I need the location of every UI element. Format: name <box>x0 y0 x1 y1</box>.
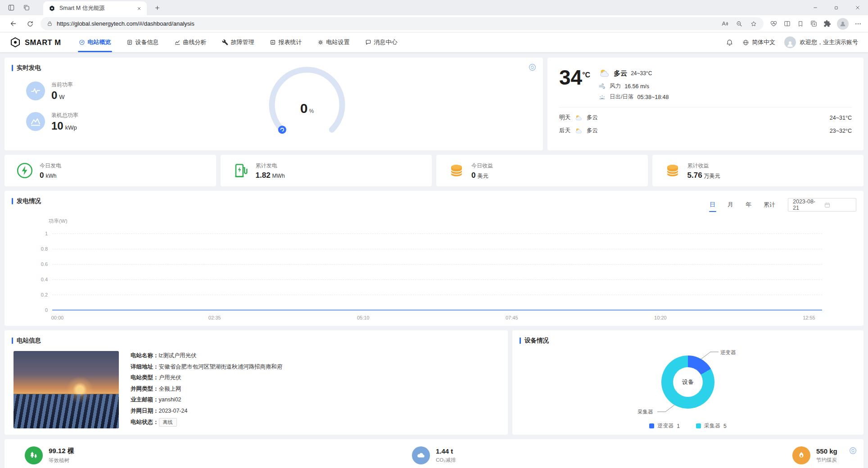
calendar-icon <box>824 202 851 208</box>
tab-total[interactable]: 累计 <box>764 201 775 209</box>
lightning-circle-icon <box>16 162 33 179</box>
coins-icon <box>664 162 681 179</box>
browser-menu-icon[interactable] <box>854 20 862 27</box>
user-account[interactable]: 欢迎您，业主演示账号 <box>784 36 858 48</box>
collections-icon[interactable] <box>810 20 818 27</box>
x-tick: 07:45 <box>506 315 518 320</box>
window-controls <box>805 0 868 15</box>
kpi-value: 0美元 <box>471 171 493 179</box>
zoom-out-icon[interactable] <box>736 20 743 27</box>
nav-item-plant-settings[interactable]: 电站设置 <box>310 32 357 52</box>
extensions-icon[interactable] <box>823 20 831 27</box>
browser-tab[interactable]: Smart M 信光能源 <box>43 1 147 15</box>
tree-icon <box>25 446 43 464</box>
nav-label: 电站概览 <box>88 38 111 46</box>
browser-address-bar: https://global.slenergytech.com/#/dashbo… <box>0 15 868 32</box>
lock-icon[interactable] <box>47 21 53 27</box>
browser-profile-avatar[interactable] <box>837 18 849 30</box>
legend-swatch <box>696 423 701 428</box>
kpi-today-generation: 今日发电 0kWh <box>5 155 216 186</box>
plant-row: 电站类型：户用光伏 <box>131 374 283 382</box>
stat-value: 550 kg <box>816 447 837 455</box>
stat-label: CO₂减排 <box>436 457 456 464</box>
refresh-icon[interactable] <box>23 17 37 31</box>
forecast-row-day-after: 后天 多云 23~32°C <box>559 124 852 137</box>
tab-year[interactable]: 年 <box>746 201 751 209</box>
plant-row: 电站名称：lz测试户用光伏 <box>131 352 283 360</box>
line-chart-plot <box>52 234 822 310</box>
wind-row: 风力 16.56 m/s <box>598 82 669 90</box>
vertical-tabs-icon[interactable] <box>4 1 19 14</box>
legend-collector[interactable]: 采集器 5 <box>696 422 727 430</box>
back-icon[interactable] <box>6 17 20 31</box>
date-value: 2023-08-21 <box>793 198 820 211</box>
refresh-beacon-icon[interactable] <box>528 63 537 72</box>
title-accent-bar <box>12 65 13 71</box>
x-tick: 05:10 <box>357 315 370 320</box>
user-avatar <box>784 36 796 48</box>
y-axis-label: 功率(W) <box>49 218 68 225</box>
tab-month[interactable]: 月 <box>728 201 733 209</box>
charging-pile-icon <box>232 162 249 179</box>
app-header: SMART M 电站概览 设备信息 曲线分析 故障管理 报表统计 电站设置 <box>0 32 868 52</box>
nav-item-fault-management[interactable]: 故障管理 <box>214 32 262 52</box>
nav-item-device-info[interactable]: 设备信息 <box>119 32 167 52</box>
co2-cloud-icon <box>412 446 430 464</box>
stat-label: 当前功率 <box>51 81 73 89</box>
tab-close-icon[interactable] <box>135 4 143 13</box>
plant-row: 电站状态：离线 <box>131 418 283 427</box>
stat-label: 等效植树 <box>49 457 74 464</box>
sunrise-row: 日出/日落 05:38~18:48 <box>598 93 669 101</box>
nav-item-plant-overview[interactable]: 电站概览 <box>71 32 119 52</box>
browser-toolbar-icons <box>770 18 862 30</box>
url-text[interactable]: https://global.slenergytech.com/#/dashbo… <box>57 20 717 27</box>
split-screen-icon[interactable] <box>783 20 791 27</box>
donut-legend: 逆变器 1 采集器 5 <box>512 422 863 430</box>
window-maximize-button[interactable] <box>826 0 847 15</box>
nav-item-curve-analysis[interactable]: 曲线分析 <box>167 32 214 52</box>
nav-label: 故障管理 <box>231 38 254 46</box>
url-address-field[interactable]: https://global.slenergytech.com/#/dashbo… <box>41 17 764 30</box>
gear-icon <box>317 39 324 45</box>
address-bar-actions <box>721 20 757 27</box>
y-tick: 1 <box>26 231 48 236</box>
title-accent-bar <box>12 338 13 344</box>
sun-cloud-icon <box>598 68 610 79</box>
kpi-value: 0kWh <box>40 171 61 179</box>
weather-range: 24~33°C <box>631 70 652 76</box>
coal-flame-icon <box>792 446 810 464</box>
dashboard-content: 实时发电 当前功率 0W <box>0 52 868 468</box>
window-close-button[interactable] <box>847 0 868 15</box>
notification-bell-icon[interactable] <box>726 39 733 46</box>
help-beacon-icon[interactable] <box>849 446 857 455</box>
nav-label: 曲线分析 <box>183 38 207 46</box>
kpi-value: 5.76万美元 <box>687 171 720 179</box>
nav-item-report-statistics[interactable]: 报表统计 <box>262 32 310 52</box>
browser-essentials-icon[interactable] <box>770 20 778 27</box>
read-aloud-icon[interactable] <box>721 20 728 27</box>
language-switcher[interactable]: 简体中文 <box>742 38 775 46</box>
kpi-label: 累计收益 <box>687 162 720 170</box>
installed-capacity-icon <box>26 112 45 131</box>
app-logo[interactable]: SMART M <box>10 37 61 48</box>
coal-saving-stat: 550 kg 节约煤炭 <box>792 446 837 464</box>
equivalent-trees-stat: 99.12 棵 等效植树 <box>25 446 74 464</box>
window-minimize-button[interactable] <box>805 0 826 15</box>
plant-row: 详细地址：安徽省合肥市包河区望湖街道秋浦河路招商雍和府 <box>131 363 283 371</box>
workspaces-icon[interactable] <box>19 1 34 14</box>
sun-cloud-icon <box>574 127 583 135</box>
kpi-total-revenue: 累计收益 5.76万美元 <box>652 155 864 186</box>
realtime-generation-card: 实时发电 当前功率 0W <box>5 58 543 150</box>
favorite-star-icon[interactable] <box>750 20 757 27</box>
tab-day[interactable]: 日 <box>710 201 715 209</box>
favorites-bar-icon[interactable] <box>797 20 804 27</box>
legend-inverter[interactable]: 逆变器 1 <box>649 422 680 430</box>
kpi-label: 今日发电 <box>40 162 61 170</box>
sun-cloud-icon <box>574 114 583 122</box>
current-power-icon <box>26 81 45 100</box>
overview-icon <box>79 39 85 45</box>
nav-item-message-center[interactable]: 消息中心 <box>357 32 405 52</box>
weather-forecast: 明天 多云 24~31°C 后天 多云 23~32°C <box>559 107 852 137</box>
new-tab-button[interactable] <box>150 1 164 14</box>
date-picker[interactable]: 2023-08-21 <box>788 198 856 212</box>
